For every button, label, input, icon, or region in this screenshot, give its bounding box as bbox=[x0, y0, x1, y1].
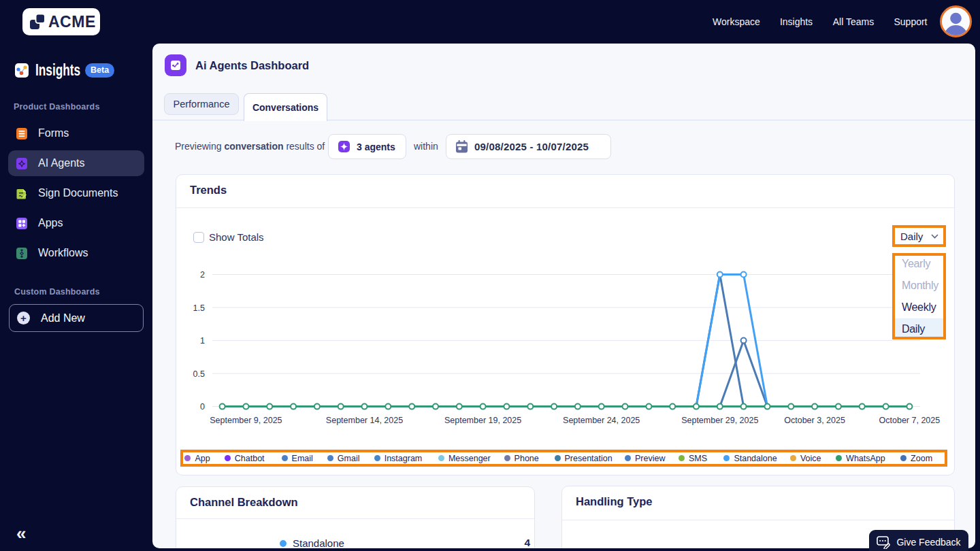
svg-text:October 3, 2025: October 3, 2025 bbox=[784, 416, 845, 425]
svg-text:0: 0 bbox=[200, 402, 205, 412]
svg-text:0.5: 0.5 bbox=[193, 369, 205, 379]
svg-text:September 19, 2025: September 19, 2025 bbox=[444, 416, 521, 425]
svg-text:September 24, 2025: September 24, 2025 bbox=[563, 416, 640, 425]
svg-text:September 29, 2025: September 29, 2025 bbox=[681, 416, 758, 425]
svg-text:September 14, 2025: September 14, 2025 bbox=[326, 416, 403, 425]
svg-text:1: 1 bbox=[200, 336, 205, 346]
svg-text:2: 2 bbox=[200, 270, 205, 280]
svg-text:1.5: 1.5 bbox=[193, 303, 205, 313]
svg-text:September 9, 2025: September 9, 2025 bbox=[210, 416, 282, 425]
svg-text:October 7, 2025: October 7, 2025 bbox=[879, 416, 941, 425]
